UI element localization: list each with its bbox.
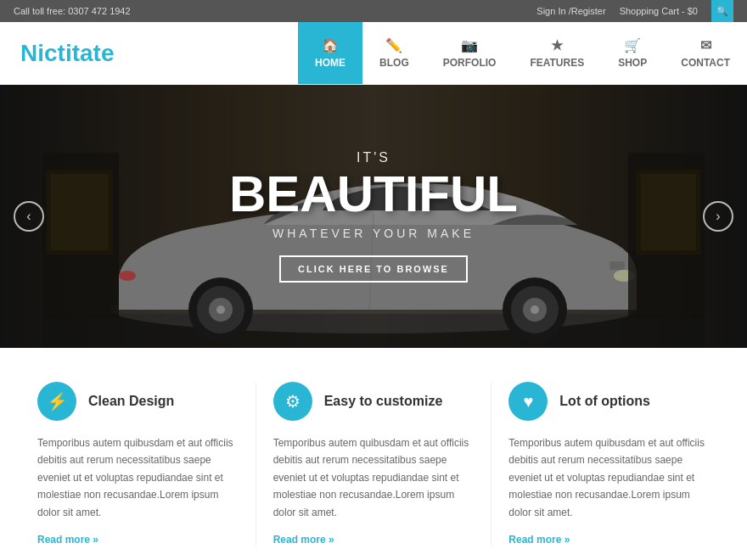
topbar: Call toll free: 0307 472 1942 Sign In /R… [0,0,747,22]
feature-header-1: ⚡ Clean Design [37,382,239,421]
right-arrow-icon: › [716,209,720,224]
gear-icon: ⚙ [285,391,300,412]
blog-icon: ✏️ [385,37,402,53]
left-arrow-icon: ‹ [26,209,31,224]
home-icon: 🏠 [322,37,339,53]
nav-item-home[interactable]: 🏠 HOME [298,22,362,84]
nav-item-portfolio[interactable]: 📷 PORFOLIO [426,22,514,84]
phone-label: Call toll free: 0307 472 1942 [14,6,131,16]
feature-title-3: Lot of options [559,394,650,409]
feature-col-3: ♥ Lot of options Temporibus autem quibus… [491,382,727,546]
hero-content: IT'S BEAUTIFUL WHATEVER YOUR MAKE CLICK … [229,150,518,283]
portfolio-icon: 📷 [461,37,478,53]
feature-icon-1: ⚡ [37,382,76,421]
nav-label-blog: BLOG [379,57,409,69]
feature-readmore-3[interactable]: Read more [508,534,570,546]
heart-icon: ♥ [523,392,533,412]
hero-section: ‹ IT'S BEAUTIFUL WHATEVER YOUR MAKE CLIC… [0,85,747,348]
search-icon: 🔍 [716,6,728,17]
feature-readmore-2[interactable]: Read more [273,534,334,546]
features-section: ⚡ Clean Design Temporibus autem quibusda… [0,348,747,560]
feature-col-2: ⚙ Easy to customize Temporibus autem qui… [256,382,492,546]
nav-label-features: FEATURES [530,57,584,69]
logo[interactable]: Nictitate [0,22,134,84]
nav-item-shop[interactable]: 🛒 SHOP [601,22,664,84]
features-icon: ★ [551,37,563,53]
hero-beautiful-label: BEAUTIFUL [229,169,518,220]
nav-item-contact[interactable]: ✉ CONTACT [664,22,747,84]
hero-next-button[interactable]: › [703,201,733,232]
hero-prev-button[interactable]: ‹ [14,201,44,232]
nav-label-home: HOME [315,57,345,69]
feature-readmore-1[interactable]: Read more [37,534,98,546]
feature-title-2: Easy to customize [324,394,443,409]
feature-icon-3: ♥ [508,382,548,421]
contact-icon: ✉ [700,37,711,53]
feature-header-2: ⚙ Easy to customize [273,382,475,421]
search-button[interactable]: 🔍 [711,0,733,22]
cart-link[interactable]: Shopping Cart - $0 [620,6,698,16]
nav-label-shop: SHOP [618,57,647,69]
nav-item-features[interactable]: ★ FEATURES [513,22,601,84]
nav-label-portfolio: PORFOLIO [443,57,497,69]
feature-text-2: Temporibus autem quibusdam et aut offici… [273,434,475,521]
feature-col-1: ⚡ Clean Design Temporibus autem quibusda… [20,382,256,546]
nav-label-contact: CONTACT [681,57,730,69]
hero-sub-label: WHATEVER YOUR MAKE [229,227,518,240]
feature-text-1: Temporibus autem quibusdam et aut offici… [37,434,239,521]
feature-title-1: Clean Design [88,394,174,409]
main-nav: 🏠 HOME ✏️ BLOG 📷 PORFOLIO ★ FEATURES 🛒 S… [298,22,747,84]
hero-browse-button[interactable]: CLICK HERE TO BROWSE [279,255,468,283]
shop-icon: 🛒 [624,37,641,53]
lightning-icon: ⚡ [47,391,68,412]
nav-item-blog[interactable]: ✏️ BLOG [362,22,426,84]
topbar-right: Sign In /Register Shopping Cart - $0 🔍 [536,0,733,22]
feature-icon-2: ⚙ [273,382,312,421]
signin-link[interactable]: Sign In /Register [536,6,605,16]
feature-text-3: Temporibus autem quibusdam et aut offici… [508,434,710,521]
hero-its-label: IT'S [229,150,518,165]
feature-header-3: ♥ Lot of options [508,382,710,421]
header: Nictitate 🏠 HOME ✏️ BLOG 📷 PORFOLIO ★ FE… [0,22,747,85]
